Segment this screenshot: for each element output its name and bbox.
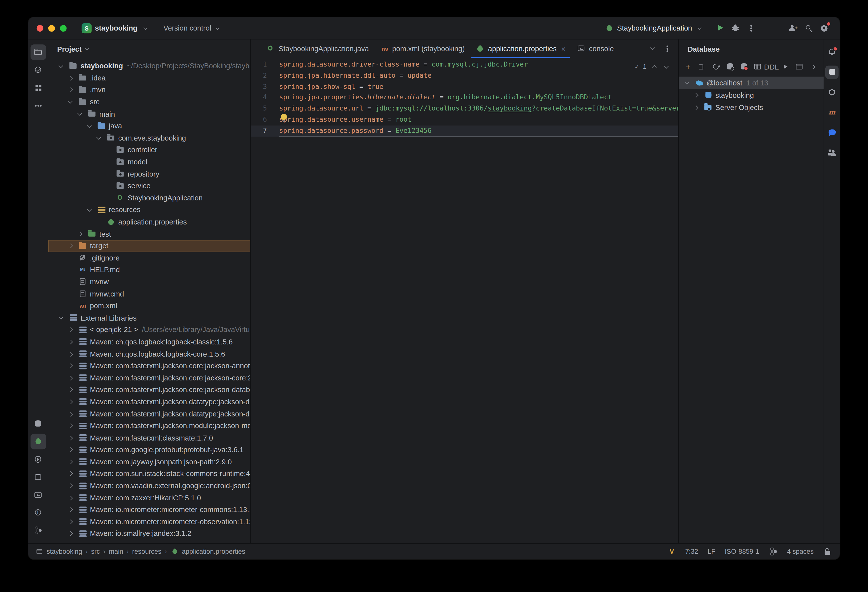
table-view-button[interactable]	[751, 60, 764, 74]
duplicate-button[interactable]	[695, 60, 709, 74]
tree-item[interactable]: .gitignore	[49, 252, 250, 264]
disconnect-button[interactable]	[737, 60, 750, 74]
chevron-right-icon[interactable]	[66, 385, 75, 394]
encoding-widget[interactable]: ISO-8859-1	[725, 548, 759, 555]
open-console-button[interactable]	[793, 60, 806, 74]
search-everywhere-button[interactable]	[801, 20, 816, 36]
tree-item[interactable]: model	[49, 156, 250, 168]
tree-item[interactable]: mvnw	[49, 276, 250, 288]
tree-item[interactable]: Maven: com.fasterxml:classmate:1.7.0	[49, 432, 250, 444]
chevron-right-icon[interactable]	[66, 337, 75, 346]
caret-position-widget[interactable]: 7:32	[685, 548, 698, 555]
code-editor[interactable]: 1spring.datasource.driver-class-name = c…	[251, 58, 678, 543]
tree-item[interactable]: src	[49, 96, 250, 108]
tool-window-button-commit[interactable]	[30, 62, 46, 78]
code-line[interactable]: 4spring.jpa.properties.hibernate.dialect…	[251, 92, 678, 103]
tree-item[interactable]: Maven: com.fasterxml.jackson.core:jackso…	[49, 384, 250, 396]
tree-item[interactable]: staybooking~/Desktop/Projects/StayBookin…	[49, 60, 250, 72]
debug-button[interactable]	[728, 20, 743, 36]
code-line[interactable]: 6spring.datasource.username = root	[251, 114, 678, 126]
breadcrumb-item[interactable]: staybooking	[35, 547, 82, 556]
tree-item[interactable]: mvnw.cmd	[49, 288, 250, 300]
chevron-right-icon[interactable]	[66, 445, 75, 454]
chevron-down-icon[interactable]	[56, 62, 65, 71]
chevron-right-icon[interactable]	[66, 86, 75, 94]
tool-window-button-spring[interactable]	[30, 434, 46, 450]
version-control-widget[interactable]: Version control	[160, 22, 225, 34]
run-query-button[interactable]	[779, 60, 792, 74]
line-ending-widget[interactable]: LF	[707, 548, 715, 555]
code-line[interactable]: 3spring.jpa.show-sql = true	[251, 81, 678, 92]
chevron-right-icon[interactable]	[66, 469, 75, 478]
tool-window-button-database[interactable]	[825, 65, 839, 79]
vim-mode-widget[interactable]: V	[668, 547, 676, 556]
tree-item[interactable]: Maven: com.fasterxml.jackson.core:jackso…	[49, 372, 250, 384]
tree-item[interactable]: Maven: ch.qos.logback:logback-classic:1.…	[49, 336, 250, 348]
tool-window-button-git[interactable]	[30, 523, 46, 538]
tree-item[interactable]: service	[49, 180, 250, 192]
tree-item[interactable]: test	[49, 228, 250, 240]
refresh-button[interactable]	[709, 60, 723, 74]
tree-item[interactable]: M↓HELP.md	[49, 264, 250, 276]
close-tab-icon[interactable]: ×	[561, 45, 565, 52]
tree-item[interactable]: External Libraries	[49, 312, 250, 324]
more-button[interactable]	[806, 60, 820, 74]
next-problem-icon[interactable]	[662, 62, 671, 71]
chevron-down-icon[interactable]	[66, 98, 75, 107]
chevron-down-icon[interactable]	[85, 121, 94, 130]
tree-item[interactable]: StaybookingApplication	[49, 192, 250, 204]
close-window-button[interactable]	[37, 25, 43, 31]
chevron-right-icon[interactable]	[66, 457, 75, 466]
settings-button[interactable]	[816, 20, 832, 36]
tree-item[interactable]: Server Objects	[679, 101, 824, 113]
tree-item[interactable]: com.eve.staybooking	[49, 132, 250, 144]
chevron-down-icon[interactable]	[75, 110, 84, 118]
tree-item[interactable]: resources	[49, 204, 250, 216]
tree-item[interactable]: Maven: com.jayway.jsonpath:json-path:2.9…	[49, 456, 250, 468]
chevron-down-icon[interactable]	[94, 133, 103, 142]
chevron-right-icon[interactable]	[66, 493, 75, 502]
data-source-properties-button[interactable]	[723, 60, 737, 74]
editor-tab[interactable]: console	[571, 40, 619, 58]
chevron-right-icon[interactable]	[66, 241, 75, 250]
generate-ddl-button[interactable]: DDL	[765, 60, 778, 74]
breadcrumb-item[interactable]: main	[109, 548, 123, 555]
editor-tab[interactable]: StaybookingApplication.java	[261, 40, 375, 58]
tree-item[interactable]: Maven: io.micrometer:micrometer-commons:…	[49, 504, 250, 516]
chevron-right-icon[interactable]	[692, 91, 701, 99]
tree-item[interactable]: .idea	[49, 72, 250, 84]
tool-window-button-ai-assistant[interactable]	[825, 126, 839, 139]
project-widget[interactable]: S staybooking	[78, 21, 154, 35]
code-line[interactable]: 7spring.datasource.password = Eve123456	[251, 126, 678, 136]
tool-window-button-more-tools[interactable]	[30, 98, 46, 114]
chevron-right-icon[interactable]	[66, 409, 75, 418]
hidden-tabs-button[interactable]	[646, 42, 659, 55]
add-button[interactable]: +	[682, 60, 695, 74]
chevron-right-icon[interactable]	[66, 422, 75, 430]
tool-window-button-project[interactable]	[30, 44, 46, 60]
editor-options-button[interactable]	[661, 42, 674, 55]
tree-item[interactable]: Maven: io.smallrye:jandex:3.1.2	[49, 528, 250, 540]
write-access-widget[interactable]	[823, 547, 832, 556]
tree-item[interactable]: Maven: io.micrometer:micrometer-observat…	[49, 516, 250, 528]
tool-window-button-build[interactable]	[30, 469, 46, 485]
tree-item[interactable]: Maven: com.fasterxml.jackson.module:jack…	[49, 420, 250, 432]
tree-item[interactable]: Maven: com.google.protobuf:protobuf-java…	[49, 444, 250, 456]
editor-tab[interactable]: mpom.xml (staybooking)	[375, 40, 470, 58]
tree-item[interactable]: Maven: com.zaxxer:HikariCP:5.1.0	[49, 492, 250, 503]
chevron-right-icon[interactable]	[66, 349, 75, 358]
chevron-right-icon[interactable]	[66, 529, 75, 538]
chevron-right-icon[interactable]	[66, 481, 75, 490]
code-line[interactable]: 1spring.datasource.driver-class-name = c…	[251, 59, 678, 70]
tree-item[interactable]: staybooking	[679, 89, 824, 101]
chevron-down-icon[interactable]	[56, 314, 65, 322]
chevron-right-icon[interactable]	[66, 505, 75, 514]
chevron-right-icon[interactable]	[66, 373, 75, 382]
tool-window-button-endpoints[interactable]	[825, 86, 839, 99]
chevron-right-icon[interactable]	[66, 517, 75, 526]
editor-tab[interactable]: application.properties×	[470, 40, 571, 58]
chevron-down-icon[interactable]	[83, 45, 91, 53]
chevron-right-icon[interactable]	[66, 74, 75, 83]
tree-item[interactable]: main	[49, 108, 250, 120]
intention-bulb-icon[interactable]	[281, 114, 287, 120]
